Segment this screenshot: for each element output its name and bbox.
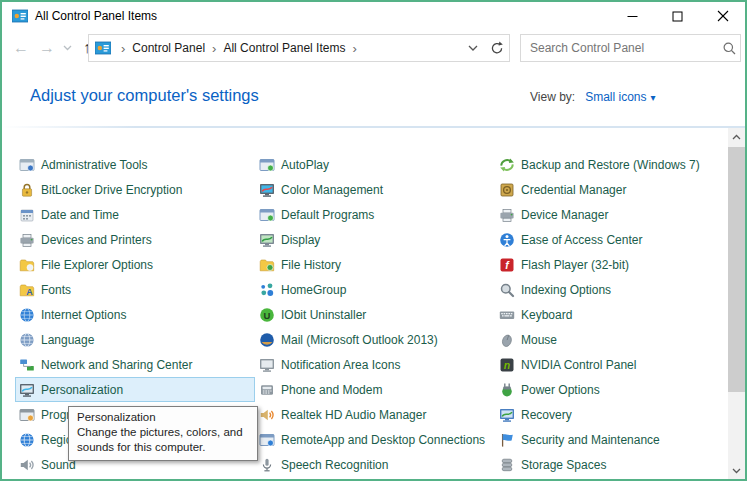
search-icon[interactable]	[718, 41, 740, 56]
control-panel-item[interactable]: RemoteApp and Desktop Connections	[255, 427, 495, 452]
breadcrumb-all-control-panel-items[interactable]: All Control Panel Items	[221, 41, 347, 55]
control-panel-item[interactable]: Security and Maintenance	[495, 427, 725, 452]
navigation-bar: ← → ↑ › Control Panel › All Control Pane…	[2, 30, 745, 66]
control-panel-item[interactable]: Date and Time	[15, 202, 255, 227]
control-panel-item[interactable]: Internet Options	[15, 302, 255, 327]
control-panel-item[interactable]: Language	[15, 327, 255, 352]
control-panel-item[interactable]: Keyboard	[495, 302, 725, 327]
item-label: Mouse	[521, 333, 557, 347]
item-icon	[499, 207, 515, 223]
address-dropdown-chevron-icon[interactable]	[461, 35, 485, 61]
titlebar: All Control Panel Items	[2, 2, 745, 30]
item-label: BitLocker Drive Encryption	[41, 183, 182, 197]
recent-pages-chevron-icon[interactable]	[60, 34, 74, 61]
view-by-value[interactable]: Small icons	[585, 90, 646, 104]
control-panel-item[interactable]: Mouse	[495, 327, 725, 352]
control-panel-icon	[95, 40, 111, 56]
control-panel-item[interactable]: AutoPlay	[255, 152, 495, 177]
item-icon	[499, 182, 515, 198]
item-icon	[19, 157, 35, 173]
svg-text:U: U	[264, 309, 271, 320]
control-panel-item[interactable]: Power Options	[495, 377, 725, 402]
control-panel-item[interactable]: Color Management	[255, 177, 495, 202]
control-panel-item[interactable]: Administrative Tools	[15, 152, 255, 177]
maximize-button[interactable]	[655, 2, 700, 30]
control-panel-item[interactable]: Notification Area Icons	[255, 352, 495, 377]
control-panel-item[interactable]: AFonts	[15, 277, 255, 302]
breadcrumb-separator-icon: ›	[347, 41, 361, 56]
item-icon	[259, 207, 275, 223]
item-icon	[259, 332, 275, 348]
item-label: Ease of Access Center	[521, 233, 642, 247]
item-label: Phone and Modem	[281, 383, 382, 397]
item-icon	[19, 357, 35, 373]
item-label: Internet Options	[41, 308, 126, 322]
control-panel-item[interactable]: Personalization	[15, 377, 255, 402]
item-label: Default Programs	[281, 208, 374, 222]
control-panel-item[interactable]: Mail (Microsoft Outlook 2013)	[255, 327, 495, 352]
item-icon	[19, 182, 35, 198]
window-title: All Control Panel Items	[35, 2, 157, 30]
control-panel-item[interactable]: nNVIDIA Control Panel	[495, 352, 725, 377]
item-label: Network and Sharing Center	[41, 358, 192, 372]
control-panel-item[interactable]: Storage Spaces	[495, 452, 725, 477]
scroll-up-icon[interactable]	[728, 128, 745, 145]
forward-button[interactable]: →	[34, 34, 60, 61]
item-label: Keyboard	[521, 308, 572, 322]
control-panel-item[interactable]: Ease of Access Center	[495, 227, 725, 252]
control-panel-item[interactable]: File History	[255, 252, 495, 277]
view-by-dropdown-icon[interactable]: ▾	[651, 92, 656, 103]
refresh-icon[interactable]	[485, 35, 509, 61]
item-icon	[19, 307, 35, 323]
control-panel-item[interactable]: File Explorer Options	[15, 252, 255, 277]
item-icon	[499, 332, 515, 348]
item-label: Notification Area Icons	[281, 358, 400, 372]
item-icon	[19, 207, 35, 223]
control-panel-item[interactable]: Device Manager	[495, 202, 725, 227]
search-input[interactable]	[521, 41, 718, 55]
item-icon	[499, 457, 515, 473]
control-panel-item[interactable]: Realtek HD Audio Manager	[255, 402, 495, 427]
control-panel-item[interactable]: Display	[255, 227, 495, 252]
item-label: Flash Player (32-bit)	[521, 258, 629, 272]
search-box	[520, 34, 741, 62]
item-icon: U	[259, 307, 275, 323]
control-panel-item[interactable]: Network and Sharing Center	[15, 352, 255, 377]
minimize-button[interactable]	[610, 2, 655, 30]
control-panel-item[interactable]: fFlash Player (32-bit)	[495, 252, 725, 277]
item-icon	[499, 232, 515, 248]
breadcrumb-control-panel[interactable]: Control Panel	[130, 41, 207, 55]
control-panel-item[interactable]: Recovery	[495, 402, 725, 427]
item-icon	[259, 182, 275, 198]
item-icon: A	[19, 282, 35, 298]
control-panel-item[interactable]: Default Programs	[255, 202, 495, 227]
item-label: Storage Spaces	[521, 458, 606, 472]
back-button[interactable]: ←	[8, 34, 34, 61]
item-icon	[259, 282, 275, 298]
control-panel-item[interactable]: BitLocker Drive Encryption	[15, 177, 255, 202]
item-label: Administrative Tools	[41, 158, 148, 172]
item-label: Language	[41, 333, 94, 347]
close-button[interactable]	[700, 2, 745, 30]
control-panel-item[interactable]: Speech Recognition	[255, 452, 495, 477]
header-divider	[2, 126, 745, 128]
scroll-down-icon[interactable]	[728, 462, 745, 479]
control-panel-item[interactable]: HomeGroup	[255, 277, 495, 302]
control-panel-item[interactable]: UIObit Uninstaller	[255, 302, 495, 327]
item-label: Display	[281, 233, 320, 247]
scrollbar-thumb[interactable]	[728, 147, 745, 392]
item-label: Fonts	[41, 283, 71, 297]
vertical-scrollbar[interactable]	[728, 128, 745, 479]
item-label: Indexing Options	[521, 283, 611, 297]
control-panel-item[interactable]: Backup and Restore (Windows 7)	[495, 152, 725, 177]
control-panel-item[interactable]: Phone and Modem	[255, 377, 495, 402]
control-panel-item[interactable]: Devices and Printers	[15, 227, 255, 252]
control-panel-item[interactable]: Credential Manager	[495, 177, 725, 202]
item-label: Realtek HD Audio Manager	[281, 408, 426, 422]
address-bar[interactable]: › Control Panel › All Control Panel Item…	[88, 34, 510, 62]
view-by-label: View by:	[530, 90, 575, 104]
control-panel-item[interactable]: Indexing Options	[495, 277, 725, 302]
page-title: Adjust your computer's settings	[30, 86, 259, 105]
breadcrumb-separator-icon: ›	[207, 41, 221, 56]
item-icon	[19, 232, 35, 248]
